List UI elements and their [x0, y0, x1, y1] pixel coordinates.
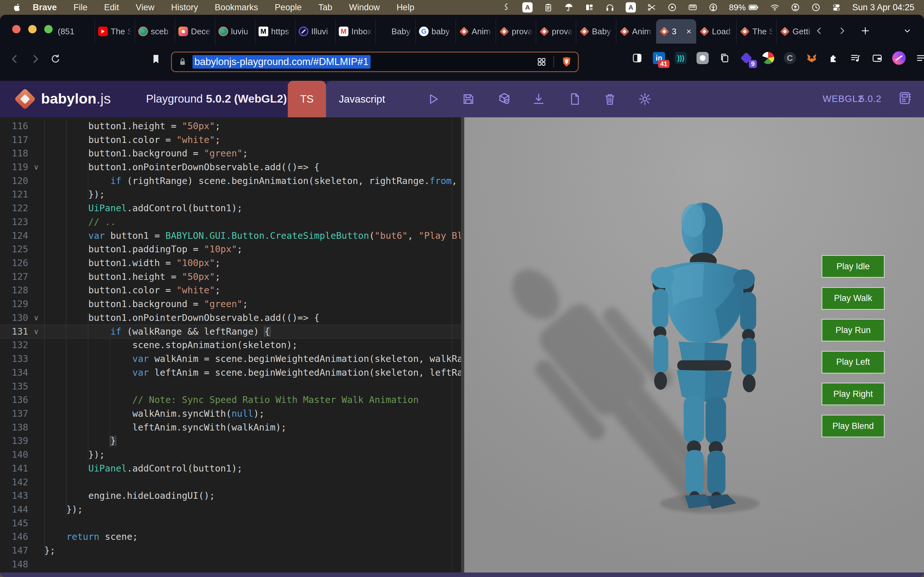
tab-scroll-left-icon[interactable]	[814, 25, 825, 37]
code-editor[interactable]: 116 button1.height = "50px";117 button1.…	[0, 117, 461, 572]
browser-tab[interactable]: prova	[536, 19, 576, 44]
scene-button-play-right[interactable]: Play Right	[822, 383, 885, 405]
code-line[interactable]: 126 button1.width = "100px";	[0, 256, 461, 270]
apple-menu-icon[interactable]	[12, 3, 22, 12]
code-line[interactable]: 141 UiPanel.addControl(button1);	[0, 462, 461, 475]
typescript-tab[interactable]: TS	[288, 81, 326, 117]
code-line[interactable]: 120 if (rightRange) scene.beginAnimation…	[0, 174, 461, 188]
code-line[interactable]: 147};	[0, 544, 461, 558]
browser-tab[interactable]: Anim	[616, 19, 656, 44]
scissors-icon[interactable]	[647, 3, 656, 12]
fullscreen-window-button[interactable]	[44, 25, 53, 33]
chat-icon[interactable]	[800, 576, 813, 577]
code-line[interactable]: 117 button1.color = "white";	[0, 133, 461, 147]
extension-playlist-icon[interactable]	[849, 51, 862, 65]
inspector-button[interactable]	[497, 91, 512, 107]
code-line[interactable]: 130∨ button1.onPointerDownObservable.add…	[0, 311, 461, 325]
code-line[interactable]: 121 });	[0, 188, 461, 201]
code-line[interactable]: 139 }	[0, 434, 461, 448]
extension-c-circle-icon[interactable]: C	[783, 51, 796, 65]
code-line[interactable]: 122 UiPanel.addControl(button1);	[0, 201, 461, 215]
javascript-toggle[interactable]: Javascript	[339, 81, 385, 117]
code-line[interactable]: 116 button1.height = "50px";	[0, 119, 461, 133]
extension-wallet-icon[interactable]	[871, 51, 884, 65]
browser-tab[interactable]: (851	[55, 19, 95, 44]
clipboard-icon[interactable]	[543, 3, 553, 12]
extension-metamask-icon[interactable]	[805, 51, 819, 65]
browser-tab[interactable]: prova	[496, 19, 536, 44]
browser-tab[interactable]: Baby	[576, 19, 616, 44]
wifi-icon[interactable]	[770, 3, 780, 12]
reload-button[interactable]	[50, 53, 61, 66]
browser-tab[interactable]: Dece	[175, 19, 215, 44]
scene-button-play-run[interactable]: Play Run	[822, 319, 885, 342]
extension-diamond-icon[interactable]: 9	[740, 51, 753, 65]
menu-item-people[interactable]: People	[275, 3, 302, 13]
browser-tab[interactable]: Anim	[456, 19, 496, 44]
menu-item-help[interactable]: Help	[397, 3, 415, 13]
menu-clock[interactable]: Sun 3 Apr 04:25	[852, 3, 914, 13]
examples-button[interactable]	[897, 90, 913, 106]
browser-tab[interactable]: MInbox	[335, 19, 375, 44]
code-line[interactable]: 133 var walkAnim = scene.beginWeightedAn…	[0, 352, 461, 366]
code-line[interactable]: 135	[0, 380, 461, 393]
play-circle-icon[interactable]	[667, 3, 677, 12]
browser-tab[interactable]: Illuvi	[295, 19, 335, 44]
browser-tab[interactable]: Load	[696, 19, 736, 44]
scene-button-play-left[interactable]: Play Left	[822, 351, 885, 374]
extension-sidebar-icon[interactable]	[630, 51, 644, 65]
extension-colorwheel-icon[interactable]	[761, 51, 775, 65]
menu-item-view[interactable]: View	[136, 3, 154, 13]
minimize-window-button[interactable]	[28, 25, 37, 33]
headphones-icon[interactable]	[605, 3, 615, 12]
browser-tab[interactable]: Getti	[776, 19, 817, 44]
clear-button[interactable]	[602, 91, 618, 107]
new-tab-button[interactable]	[860, 25, 871, 37]
code-line[interactable]: 137 walkAnim.syncWith(null);	[0, 407, 461, 421]
extension-camera-icon[interactable]	[696, 51, 709, 65]
url-text[interactable]: babylonjs-playground.com/#DMLMIP#1	[192, 55, 371, 69]
menu-item-window[interactable]: Window	[349, 3, 380, 13]
browser-tab[interactable]: Gbaby	[415, 19, 456, 44]
umbrella-icon[interactable]	[564, 3, 573, 12]
browser-tab[interactable]: Mhttps	[255, 19, 295, 44]
code-line[interactable]: 142	[0, 475, 461, 489]
fold-arrow-icon[interactable]: ∨	[28, 327, 44, 336]
menu-item-bookmarks[interactable]: Bookmarks	[215, 3, 258, 13]
fold-arrow-icon[interactable]: ∨	[28, 163, 44, 171]
code-line[interactable]: 127 button1.height = "50px";	[0, 270, 461, 284]
code-line[interactable]: 148	[0, 558, 461, 571]
menu-item-file[interactable]: File	[73, 3, 87, 13]
grid-icon[interactable]	[536, 56, 547, 67]
extension-copy-icon[interactable]	[718, 51, 731, 65]
extension-menu-icon[interactable]	[914, 51, 924, 65]
tab-close-icon[interactable]	[685, 27, 693, 35]
back-button[interactable]	[9, 53, 21, 66]
battery-indicator[interactable]: 89%	[729, 2, 759, 13]
clock-icon[interactable]	[811, 3, 821, 12]
extension-wave-icon[interactable]: )))	[674, 51, 688, 65]
a-app-icon[interactable]: A	[626, 2, 636, 13]
fold-arrow-icon[interactable]: ∨	[28, 314, 44, 322]
code-line[interactable]: 118 button1.background = "green";	[0, 147, 461, 160]
code-line[interactable]: 124 var button1 = BABYLON.GUI.Button.Cre…	[0, 229, 461, 243]
user-circle-icon[interactable]	[790, 3, 800, 12]
code-line[interactable]: 144 });	[0, 503, 461, 516]
menu-item-history[interactable]: History	[171, 3, 198, 13]
accessibility-icon[interactable]	[708, 3, 718, 12]
close-window-button[interactable]	[12, 25, 21, 33]
code-line[interactable]: 143 engine.hideLoadingUI();	[0, 489, 461, 503]
browser-tab[interactable]: sceb	[135, 19, 175, 44]
browser-tab[interactable]: The S	[95, 19, 135, 44]
a-app-icon[interactable]: A	[522, 2, 533, 13]
render-canvas[interactable]: Play IdlePlay WalkPlay RunPlay LeftPlay …	[464, 117, 924, 572]
extension-avatar-icon[interactable]	[892, 51, 906, 65]
code-line[interactable]: 138 leftAnim.syncWith(walkAnim);	[0, 421, 461, 434]
code-line[interactable]: 128 button1.color = "white";	[0, 284, 461, 298]
pane-divider[interactable]	[461, 117, 464, 572]
scene-button-play-blend[interactable]: Play Blend	[822, 415, 885, 437]
download-button[interactable]	[531, 91, 546, 107]
url-bar[interactable]: babylonjs-playground.com/#DMLMIP#1	[171, 52, 579, 72]
new-file-button[interactable]	[567, 91, 582, 107]
code-line[interactable]: 131∨ if (walkRange && leftRange) {	[0, 325, 461, 338]
